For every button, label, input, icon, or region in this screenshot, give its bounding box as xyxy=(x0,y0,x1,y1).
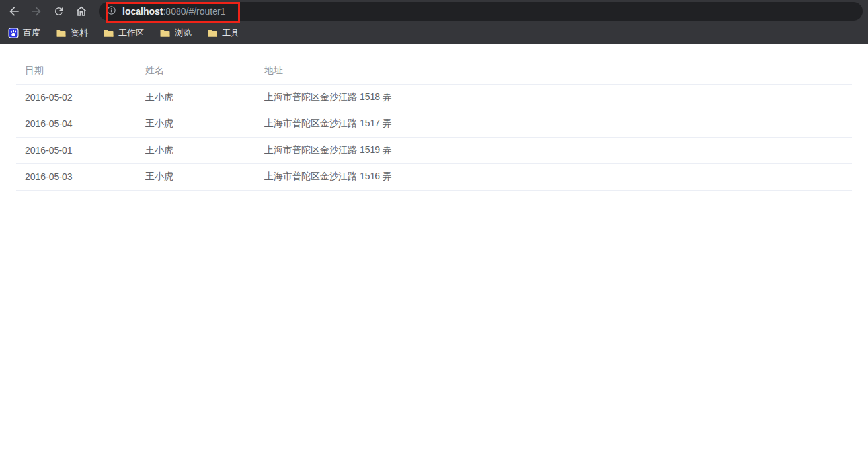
url-path: :8080/#/router1 xyxy=(163,6,225,17)
folder-icon xyxy=(103,28,114,38)
cell-name: 王小虎 xyxy=(136,163,255,190)
bookmark-label: 百度 xyxy=(23,27,40,39)
url-text: localhost:8080/#/router1 xyxy=(122,6,225,17)
home-button[interactable] xyxy=(73,3,90,20)
bookmarks-bar: 百度 资料 工作区 浏览 xyxy=(0,23,868,44)
cell-address: 上海市普陀区金沙江路 1518 弄 xyxy=(255,84,852,111)
cell-date: 2016-05-04 xyxy=(16,111,136,137)
bookmark-baidu[interactable]: 百度 xyxy=(4,25,47,41)
table-row: 2016-05-01 王小虎 上海市普陀区金沙江路 1519 弄 xyxy=(16,137,852,163)
bookmark-folder-gongzuoqu[interactable]: 工作区 xyxy=(99,25,151,41)
bookmark-label: 浏览 xyxy=(175,27,192,39)
cell-date: 2016-05-02 xyxy=(16,84,136,111)
back-arrow-icon xyxy=(7,5,20,18)
table-row: 2016-05-04 王小虎 上海市普陀区金沙江路 1517 弄 xyxy=(16,111,852,137)
cell-name: 王小虎 xyxy=(136,137,255,163)
forward-arrow-icon xyxy=(30,5,43,18)
address-bar[interactable]: localhost:8080/#/router1 xyxy=(99,2,863,21)
cell-address: 上海市普陀区金沙江路 1516 弄 xyxy=(255,163,852,190)
cell-date: 2016-05-01 xyxy=(16,137,136,163)
bookmark-label: 资料 xyxy=(71,27,88,39)
page-content: 日期 姓名 地址 2016-05-02 王小虎 上海市普陀区金沙江路 1518 … xyxy=(0,44,868,454)
bookmark-label: 工作区 xyxy=(118,27,144,39)
table-header-row: 日期 姓名 地址 xyxy=(16,58,852,84)
table-row: 2016-05-02 王小虎 上海市普陀区金沙江路 1518 弄 xyxy=(16,84,852,111)
folder-icon xyxy=(207,28,217,38)
bookmark-folder-liulan[interactable]: 浏览 xyxy=(155,25,198,41)
column-header-name: 姓名 xyxy=(136,58,255,84)
table-row: 2016-05-03 王小虎 上海市普陀区金沙江路 1516 弄 xyxy=(16,163,852,190)
cell-address: 上海市普陀区金沙江路 1517 弄 xyxy=(255,111,852,137)
baidu-favicon-icon xyxy=(8,28,19,38)
back-button[interactable] xyxy=(5,3,22,20)
folder-icon xyxy=(159,28,170,38)
data-table: 日期 姓名 地址 2016-05-02 王小虎 上海市普陀区金沙江路 1518 … xyxy=(16,58,852,191)
home-icon xyxy=(75,5,88,18)
column-header-address: 地址 xyxy=(255,58,852,84)
cell-address: 上海市普陀区金沙江路 1519 弄 xyxy=(255,137,852,163)
cell-date: 2016-05-03 xyxy=(16,163,136,190)
bookmark-folder-gongju[interactable]: 工具 xyxy=(203,25,246,41)
info-icon xyxy=(106,5,116,18)
refresh-button[interactable] xyxy=(50,3,67,20)
url-host: localhost xyxy=(122,6,163,17)
bookmark-folder-ziliao[interactable]: 资料 xyxy=(52,25,95,41)
site-info-button[interactable] xyxy=(106,5,116,18)
bookmark-label: 工具 xyxy=(222,27,239,39)
forward-button[interactable] xyxy=(28,3,45,20)
refresh-icon xyxy=(53,5,65,17)
cell-name: 王小虎 xyxy=(136,84,255,111)
folder-icon xyxy=(56,28,66,38)
column-header-date: 日期 xyxy=(16,58,136,84)
cell-name: 王小虎 xyxy=(136,111,255,137)
browser-toolbar: localhost:8080/#/router1 xyxy=(0,0,868,23)
